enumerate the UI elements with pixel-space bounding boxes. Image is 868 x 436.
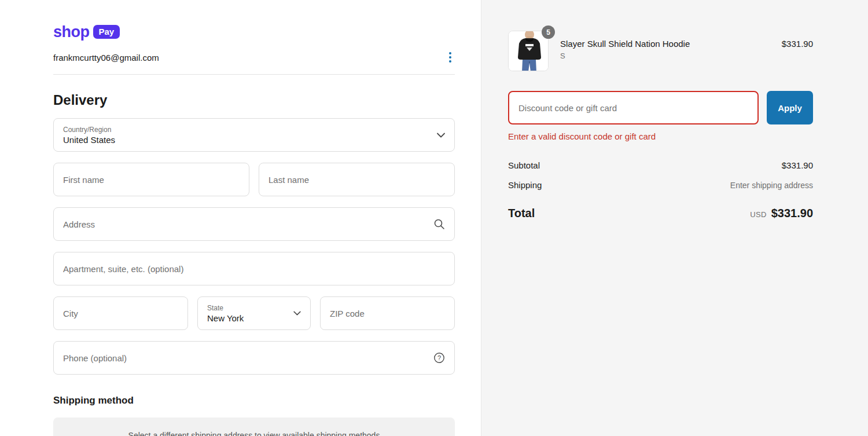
subtotal-label: Subtotal — [508, 160, 540, 170]
product-row: 5 Slayer Skull Shield Nation Hoodie S $3… — [508, 31, 813, 71]
apartment-field[interactable] — [53, 252, 455, 285]
zip-field[interactable] — [320, 296, 455, 330]
order-summary-pane: 5 Slayer Skull Shield Nation Hoodie S $3… — [481, 0, 868, 436]
apartment-input[interactable] — [63, 264, 445, 274]
totals-section: Subtotal $331.90 Shipping Enter shipping… — [508, 160, 813, 220]
product-info: Slayer Skull Shield Nation Hoodie S — [560, 31, 775, 60]
account-email: frankmcurtty06@gmail.com — [53, 53, 159, 63]
svg-text:?: ? — [437, 354, 441, 361]
discount-field[interactable] — [508, 91, 759, 124]
country-select[interactable]: Country/Region United States — [53, 118, 455, 152]
last-name-field[interactable] — [259, 163, 455, 196]
state-value: New York — [207, 313, 244, 323]
checkout-page: shop Pay frankmcurtty06@gmail.com Delive… — [0, 0, 868, 436]
shop-logo-text: shop — [53, 23, 90, 41]
discount-row: Apply — [508, 91, 813, 124]
delivery-title: Delivery — [53, 92, 455, 108]
zip-input[interactable] — [330, 309, 445, 318]
subtotal-row: Subtotal $331.90 — [508, 160, 813, 170]
shipping-method-notice: Select a different shipping address to v… — [53, 417, 455, 436]
checkout-pane: shop Pay frankmcurtty06@gmail.com Delive… — [0, 0, 481, 436]
product-name: Slayer Skull Shield Nation Hoodie — [560, 39, 775, 49]
country-label: Country/Region — [63, 126, 115, 134]
phone-field[interactable]: ? — [53, 341, 455, 375]
quantity-badge: 5 — [542, 25, 555, 39]
apply-button[interactable]: Apply — [767, 91, 813, 124]
state-label: State — [207, 304, 244, 312]
shipping-value: Enter shipping address — [730, 181, 813, 190]
total-row: Total USD $331.90 — [508, 207, 813, 220]
address-input[interactable] — [63, 219, 429, 229]
country-value: United States — [63, 135, 115, 145]
chevron-down-icon — [437, 133, 445, 138]
shipping-label: Shipping — [508, 180, 542, 190]
account-row: frankmcurtty06@gmail.com — [53, 50, 455, 65]
header-divider — [53, 74, 455, 75]
total-label: Total — [508, 207, 535, 220]
help-icon[interactable]: ? — [433, 352, 445, 364]
shop-pay-logo: shop Pay — [53, 23, 455, 41]
total-value: $331.90 — [771, 207, 813, 220]
phone-input[interactable] — [63, 353, 429, 363]
shipping-row: Shipping Enter shipping address — [508, 180, 813, 190]
kebab-menu-icon[interactable] — [446, 50, 455, 65]
chevron-down-icon — [293, 311, 301, 316]
city-field[interactable] — [53, 296, 188, 330]
name-row — [53, 163, 455, 196]
first-name-field[interactable] — [53, 163, 249, 196]
currency-code: USD — [750, 210, 766, 219]
product-price: $331.90 — [782, 31, 813, 49]
product-thumbnail: 5 — [508, 31, 549, 71]
city-state-zip-row: State New York — [53, 296, 455, 330]
first-name-input[interactable] — [63, 175, 240, 185]
product-image — [508, 31, 549, 71]
city-input[interactable] — [63, 309, 178, 318]
subtotal-value: $331.90 — [782, 160, 813, 170]
discount-input[interactable] — [518, 103, 748, 113]
pay-logo-badge: Pay — [93, 25, 120, 39]
shipping-method-title: Shipping method — [53, 395, 455, 406]
address-field[interactable] — [53, 207, 455, 241]
product-variant: S — [560, 52, 775, 60]
search-icon — [433, 218, 445, 230]
state-select[interactable]: State New York — [197, 296, 311, 330]
last-name-input[interactable] — [269, 175, 445, 185]
shipping-method-notice-text: Select a different shipping address to v… — [128, 431, 380, 436]
discount-error-message: Enter a valid discount code or gift card — [508, 131, 813, 141]
